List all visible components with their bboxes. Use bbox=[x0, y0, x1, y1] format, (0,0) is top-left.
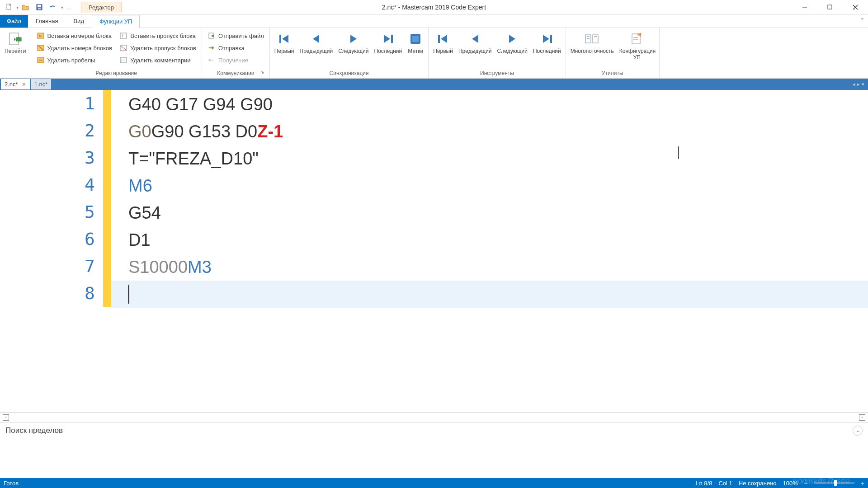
code-line[interactable] bbox=[111, 281, 868, 308]
code-line[interactable]: S10000 M3 bbox=[111, 253, 868, 281]
zoom-thumb[interactable] bbox=[834, 480, 837, 486]
code-line[interactable]: G40 G17 G94 G90 bbox=[111, 91, 868, 118]
save-button[interactable] bbox=[33, 1, 46, 13]
minimize-button[interactable] bbox=[792, 0, 817, 15]
send-file-button[interactable]: Отправить файл bbox=[205, 30, 267, 42]
insert-skip-icon: / bbox=[119, 32, 127, 40]
qat-customize-icon[interactable]: ‥ bbox=[67, 5, 70, 10]
change-marker bbox=[103, 171, 111, 198]
remove-skip-icon bbox=[119, 44, 127, 52]
zoom-slider[interactable] bbox=[814, 482, 854, 484]
goto-button[interactable]: Перейти bbox=[2, 29, 29, 56]
doc-tab-active[interactable]: 2.nc*✕ bbox=[1, 79, 30, 89]
titlebar: ▾ ▾ ‥ Редактор 2.nc* - Mastercam 2019 Co… bbox=[0, 0, 868, 15]
send-button[interactable]: Отправка bbox=[205, 42, 267, 54]
splitter-bar[interactable]: ▫ ▫ bbox=[0, 412, 868, 422]
gutter-line: 7 bbox=[0, 253, 111, 280]
tools-next-button[interactable]: Следующий bbox=[495, 29, 530, 56]
new-file-button[interactable] bbox=[3, 1, 15, 13]
status-line: Ln 8/8 bbox=[696, 480, 712, 487]
tab-home[interactable]: Главная bbox=[28, 14, 66, 28]
tab-next-icon[interactable]: ▸ bbox=[857, 81, 860, 87]
gutter-line: 8 bbox=[0, 280, 111, 307]
tab-functions[interactable]: Функции УП bbox=[92, 15, 140, 28]
search-expand-button[interactable]: ⌄ bbox=[853, 426, 863, 436]
search-panel: Поиск пределов ⌄ bbox=[0, 422, 868, 438]
remove-block-skip-button[interactable]: Удалить пропуск блоков bbox=[117, 42, 199, 54]
remove-block-numbers-button[interactable]: Удалить номера блоков bbox=[34, 42, 115, 54]
tab-list-icon[interactable]: ▾ bbox=[862, 81, 864, 87]
close-tab-icon[interactable]: ✕ bbox=[22, 81, 26, 88]
dropdown-icon[interactable]: ▾ bbox=[16, 5, 19, 10]
insert-numbers-icon: N bbox=[37, 32, 45, 40]
open-file-button[interactable] bbox=[19, 1, 32, 13]
status-saved: Не сохранено bbox=[739, 480, 777, 487]
ribbon: Перейти NВставка номеров блока Удалить н… bbox=[0, 28, 868, 79]
line-number: 2 bbox=[0, 121, 103, 141]
code-area[interactable]: G40 G17 G94 G90G0 G90 G153 D0 Z-1T="FREZ… bbox=[111, 90, 868, 412]
sync-last-button[interactable]: Последний bbox=[372, 29, 405, 56]
prev-icon bbox=[467, 31, 483, 47]
prev-icon bbox=[308, 31, 324, 47]
ribbon-group-utils: Многопоточность Конфигурация УП Утилиты bbox=[566, 28, 660, 78]
sync-next-button[interactable]: Следующий bbox=[335, 29, 371, 56]
sync-prev-button[interactable]: Предыдущий bbox=[297, 29, 336, 56]
sync-first-button[interactable]: Первый bbox=[272, 29, 297, 56]
change-marker bbox=[103, 280, 111, 307]
undo-button[interactable] bbox=[47, 1, 59, 13]
next-icon bbox=[504, 31, 520, 47]
tab-prev-icon[interactable]: ◂ bbox=[853, 81, 855, 87]
qat-more-icon[interactable]: ▾ bbox=[61, 5, 63, 10]
zoom-in-button[interactable]: + bbox=[861, 480, 864, 487]
change-marker bbox=[103, 198, 111, 225]
code-line[interactable]: T="FREZA_D10" bbox=[111, 145, 868, 172]
code-editor[interactable]: 12345678 G40 G17 G94 G90G0 G90 G153 D0 Z… bbox=[0, 90, 868, 412]
tools-prev-button[interactable]: Предыдущий bbox=[456, 29, 495, 56]
quick-access-toolbar: ▾ ▾ ‥ bbox=[0, 1, 70, 13]
multithread-button[interactable]: Многопоточность bbox=[568, 29, 617, 56]
insert-block-skip-button[interactable]: /Вставить пропуск блока bbox=[117, 30, 199, 42]
search-label: Поиск пределов bbox=[5, 426, 63, 435]
close-button[interactable] bbox=[843, 0, 868, 15]
tools-last-button[interactable]: Последний bbox=[530, 29, 564, 56]
splitter-icon[interactable]: ▫ bbox=[3, 414, 9, 421]
doc-tab-inactive[interactable]: 1.nc* bbox=[31, 79, 52, 89]
gutter-line: 6 bbox=[0, 225, 111, 253]
tab-file[interactable]: Файл bbox=[0, 14, 28, 28]
zoom-out-button[interactable]: − bbox=[804, 480, 808, 487]
code-line[interactable]: M6 bbox=[111, 172, 868, 199]
status-ready: Готов bbox=[4, 480, 19, 487]
comms-launcher-icon[interactable]: ⬊ bbox=[259, 70, 266, 76]
code-line[interactable]: G54 bbox=[111, 199, 868, 226]
config-button[interactable]: Конфигурация УП bbox=[617, 29, 657, 63]
change-marker bbox=[103, 90, 111, 117]
remove-comments-button[interactable]: ( )Удалить комментарии bbox=[117, 54, 199, 66]
text-cursor-icon bbox=[678, 146, 679, 159]
change-marker bbox=[103, 253, 111, 280]
gutter-line: 1 bbox=[0, 90, 111, 117]
first-icon bbox=[435, 31, 451, 47]
statusbar: Готов Ln 8/8 Col 1 Не сохранено 100% − +… bbox=[0, 478, 868, 488]
collapse-ribbon-button[interactable]: ˆ bbox=[857, 16, 868, 28]
sync-marks-button[interactable]: Метки bbox=[405, 29, 426, 56]
goto-icon bbox=[7, 31, 24, 47]
gutter-line: 5 bbox=[0, 198, 111, 225]
code-line[interactable]: D1 bbox=[111, 226, 868, 253]
last-icon bbox=[539, 31, 555, 47]
marks-icon bbox=[407, 31, 424, 47]
remove-spaces-button[interactable]: Удалить пробелы bbox=[34, 54, 115, 66]
svg-text:N: N bbox=[39, 34, 42, 38]
last-icon bbox=[380, 31, 396, 47]
splitter-right-icon[interactable]: ▫ bbox=[859, 414, 865, 421]
insert-block-numbers-button[interactable]: NВставка номеров блока bbox=[34, 30, 115, 42]
tools-first-button[interactable]: Первый bbox=[430, 29, 456, 56]
svg-rect-22 bbox=[279, 35, 281, 43]
config-icon bbox=[629, 31, 645, 47]
maximize-button[interactable] bbox=[817, 0, 843, 15]
ribbon-group-sync: Первый Предыдущий Следующий Последний Ме… bbox=[270, 28, 429, 78]
tab-view[interactable]: Вид bbox=[66, 14, 92, 28]
first-icon bbox=[276, 31, 292, 47]
code-line[interactable]: G0 G90 G153 D0 Z-1 bbox=[111, 118, 868, 145]
receive-icon bbox=[208, 56, 216, 64]
remove-numbers-icon bbox=[37, 44, 45, 52]
